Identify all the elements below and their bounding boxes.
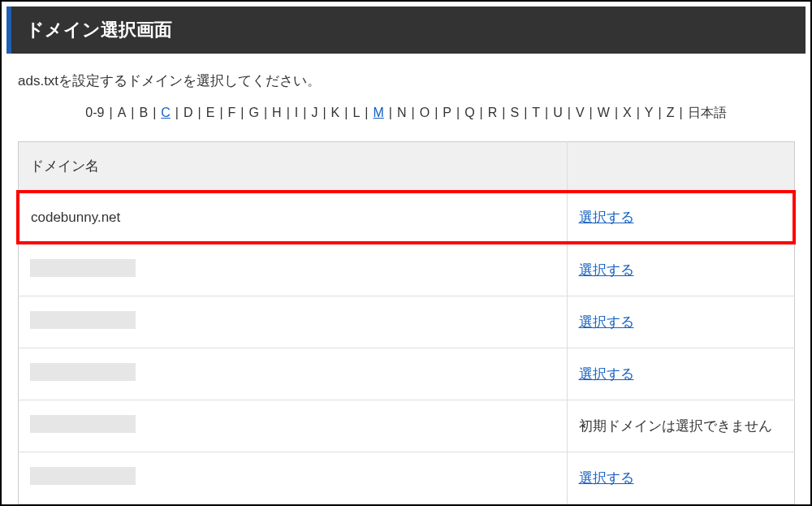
alpha-nav-separator: | — [432, 106, 440, 119]
alpha-nav-separator: | — [106, 106, 114, 119]
alpha-nav-separator: | — [676, 106, 685, 119]
select-link[interactable]: 選択する — [579, 210, 634, 225]
alpha-nav-separator: | — [238, 106, 246, 119]
alpha-nav-separator: | — [173, 106, 181, 119]
alpha-nav-separator: | — [656, 106, 664, 119]
table-row: 選択する — [18, 296, 794, 348]
col-header-domain: ドメイン名 — [18, 142, 567, 192]
alpha-nav-0-9: 0-9 — [83, 106, 106, 119]
alpha-nav-separator: | — [284, 106, 292, 119]
alpha-nav-G: G — [247, 106, 261, 119]
alpha-nav-separator: | — [634, 106, 642, 119]
redacted-placeholder — [30, 259, 136, 277]
alpha-nav-Z: Z — [664, 106, 677, 119]
domain-table: ドメイン名 codebunny.net選択する選択する選択する選択する初期ドメイ… — [16, 141, 796, 504]
window: ドメイン選択画面 ads.txtを設定するドメインを選択してください。 0-9|… — [0, 0, 812, 506]
alpha-nav-separator: | — [150, 106, 158, 119]
alpha-nav-N: N — [395, 106, 409, 119]
action-cell: 初期ドメインは選択できません — [567, 400, 794, 452]
action-disabled-text: 初期ドメインは選択できません — [579, 418, 772, 434]
alpha-nav-S: S — [508, 106, 521, 119]
select-link[interactable]: 選択する — [579, 314, 634, 330]
alpha-nav-U: U — [551, 106, 565, 119]
alpha-nav-F: F — [226, 106, 239, 119]
domain-cell: codebunny.net — [18, 192, 567, 243]
alpha-nav-X: X — [620, 106, 634, 119]
action-cell: 選択する — [567, 348, 794, 400]
domain-cell — [18, 243, 567, 296]
domain-cell — [18, 296, 567, 348]
table-header-row: ドメイン名 — [18, 142, 794, 192]
table-row: 選択する — [18, 348, 794, 400]
domain-cell — [18, 400, 567, 452]
alpha-nav-O: O — [417, 106, 432, 119]
domain-cell — [18, 348, 567, 400]
table-row: 初期ドメインは選択できません — [18, 400, 794, 452]
alpha-nav: 0-9|A|B|C|D|E|F|G|H|I|J|K|L|M|N|O|P|Q|R|… — [2, 105, 810, 141]
col-header-action — [567, 142, 794, 192]
instruction-text: ads.txtを設定するドメインを選択してください。 — [2, 54, 810, 105]
alpha-nav-separator: | — [477, 106, 486, 119]
alpha-nav-K: K — [329, 106, 343, 119]
alpha-nav-separator: | — [521, 106, 529, 119]
redacted-placeholder — [30, 363, 136, 381]
alpha-nav-I: I — [292, 106, 300, 119]
page-title: ドメイン選択画面 — [6, 6, 806, 54]
alpha-nav-separator: | — [587, 106, 595, 119]
select-link[interactable]: 選択する — [579, 262, 634, 278]
table-row: codebunny.net選択する — [18, 192, 794, 243]
alpha-nav-separator: | — [387, 106, 395, 119]
action-cell: 選択する — [567, 192, 794, 243]
redacted-placeholder — [30, 415, 136, 433]
alpha-nav-separator: | — [128, 106, 136, 119]
table-row: 選択する — [18, 452, 794, 504]
alpha-nav-D: D — [181, 106, 196, 119]
alpha-nav-Q: Q — [462, 106, 477, 119]
domain-table-wrap: ドメイン名 codebunny.net選択する選択する選択する選択する初期ドメイ… — [2, 141, 810, 504]
action-cell: 選択する — [567, 243, 794, 296]
alpha-nav-B: B — [136, 106, 150, 119]
select-link[interactable]: 選択する — [579, 366, 634, 382]
alpha-nav-separator: | — [320, 106, 328, 119]
alpha-nav-M[interactable]: M — [370, 106, 386, 119]
action-cell: 選択する — [567, 452, 794, 504]
alpha-nav-日本語: 日本語 — [685, 106, 729, 119]
redacted-placeholder — [30, 467, 136, 485]
table-row: 選択する — [18, 243, 794, 296]
alpha-nav-T: T — [529, 106, 542, 119]
alpha-nav-E: E — [204, 106, 218, 119]
action-cell: 選択する — [567, 296, 794, 348]
alpha-nav-separator: | — [409, 106, 417, 119]
page-title-text: ドメイン選択画面 — [26, 19, 172, 40]
alpha-nav-separator: | — [542, 106, 551, 119]
alpha-nav-separator: | — [612, 106, 620, 119]
alpha-nav-V: V — [573, 106, 587, 119]
redacted-placeholder — [30, 311, 136, 329]
domain-cell — [18, 452, 567, 504]
alpha-nav-separator: | — [565, 106, 573, 119]
alpha-nav-P: P — [440, 106, 454, 119]
alpha-nav-C[interactable]: C — [158, 106, 173, 119]
select-link[interactable]: 選択する — [579, 470, 634, 486]
alpha-nav-separator: | — [300, 106, 309, 119]
alpha-nav-separator: | — [499, 106, 508, 119]
alpha-nav-Y: Y — [642, 106, 656, 119]
alpha-nav-separator: | — [454, 106, 462, 119]
alpha-nav-J: J — [309, 106, 320, 119]
alpha-nav-separator: | — [342, 106, 350, 119]
alpha-nav-separator: | — [217, 106, 225, 119]
alpha-nav-separator: | — [362, 106, 370, 119]
alpha-nav-separator: | — [261, 106, 270, 119]
alpha-nav-separator: | — [196, 106, 204, 119]
alpha-nav-H: H — [270, 106, 284, 119]
alpha-nav-L: L — [350, 106, 362, 119]
alpha-nav-A: A — [115, 106, 129, 119]
alpha-nav-R: R — [486, 106, 500, 119]
alpha-nav-W: W — [595, 106, 612, 119]
